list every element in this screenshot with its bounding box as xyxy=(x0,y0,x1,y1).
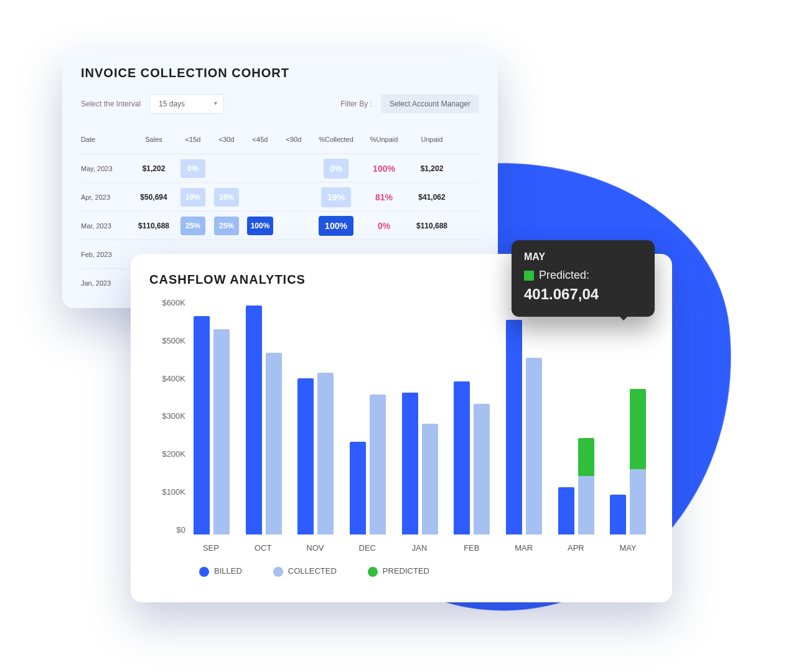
chart-tooltip: MAY Predicted: 401.067,04 xyxy=(512,240,655,317)
bar-collected[interactable] xyxy=(317,373,334,534)
bar-group xyxy=(348,298,387,534)
tooltip-swatch-icon xyxy=(524,271,534,281)
cell-unpaid: $110,688 xyxy=(407,222,457,230)
cohort-table-header: Date Sales <15d <30d <45d <90d %Collecte… xyxy=(81,125,479,154)
interval-dropdown[interactable]: 15 days xyxy=(149,94,224,114)
y-tick: $200K xyxy=(149,449,185,459)
bar-group xyxy=(557,298,596,534)
col-45d: <45d xyxy=(244,136,276,143)
bar-billed[interactable] xyxy=(558,487,574,534)
bar-group xyxy=(505,298,543,534)
col-unpaid-pct: %Unpaid xyxy=(362,136,406,143)
cell-date: Jan, 2023 xyxy=(81,279,131,287)
y-axis: $0$100K$200K$300K$400K$500K$600K xyxy=(149,298,185,534)
legend-predicted: PREDICTED xyxy=(368,566,429,577)
cell-sales: $110,688 xyxy=(132,222,175,230)
x-tick: SEP xyxy=(192,543,230,553)
table-row: Apr, 2023$50,69419%19%19%81%$41,062 xyxy=(81,182,479,211)
cell-15d: 25% xyxy=(177,217,209,235)
x-tick: NOV xyxy=(296,543,335,553)
bar-billed[interactable] xyxy=(402,393,418,534)
account-manager-dropdown[interactable]: Select Account Manager xyxy=(381,95,479,113)
x-tick: JAN xyxy=(400,543,439,553)
x-tick: DEC xyxy=(348,543,386,553)
bar-group xyxy=(245,298,283,534)
table-row: Mar, 2023$110,68825%25%100%100%0%$110,68… xyxy=(81,211,479,240)
legend-predicted-label: PREDICTED xyxy=(383,566,429,576)
legend-billed-label: BILLED xyxy=(214,566,242,576)
col-date: Date xyxy=(81,136,131,143)
bar-collected[interactable] xyxy=(370,394,386,534)
cell-unpaid: $41,062 xyxy=(407,193,457,202)
cohort-controls: Select the Interval 15 days Filter By : … xyxy=(81,94,479,114)
cell-pct-unpaid: 81% xyxy=(362,192,406,202)
legend-billed: BILLED xyxy=(199,566,242,577)
x-tick: FEB xyxy=(452,543,491,553)
tooltip-value: 401.067,04 xyxy=(524,286,642,303)
dot-predicted-icon xyxy=(368,567,378,577)
bar-group xyxy=(296,298,335,534)
bar-billed[interactable] xyxy=(194,316,210,534)
col-15d: <15d xyxy=(177,136,209,143)
col-unpaid: Unpaid xyxy=(407,136,457,143)
bar-collected[interactable] xyxy=(526,358,542,534)
cell-15d: 19% xyxy=(177,188,209,207)
bar-billed[interactable] xyxy=(454,381,470,534)
interval-value: 15 days xyxy=(159,100,185,108)
cell-unpaid: $1,202 xyxy=(407,164,457,173)
bar-collected-segment xyxy=(578,476,594,534)
bar-predicted-segment xyxy=(578,438,594,476)
bar-billed[interactable] xyxy=(610,495,626,534)
x-tick: OCT xyxy=(244,543,283,553)
col-collected: %Collected xyxy=(311,136,361,143)
col-90d: <90d xyxy=(278,136,310,143)
bar-collected[interactable] xyxy=(213,329,230,534)
bar-billed[interactable] xyxy=(506,320,522,534)
y-tick: $300K xyxy=(149,411,185,421)
cohort-title: INVOICE COLLECTION COHORT xyxy=(81,66,479,80)
cell-date: Feb, 2023 xyxy=(81,251,131,258)
cell-30d: 25% xyxy=(210,217,243,235)
bar-collected-segment xyxy=(630,469,646,534)
interval-label: Select the Interval xyxy=(81,100,141,108)
cell-pct-collected: 100% xyxy=(311,216,361,236)
cell-45d: 100% xyxy=(244,217,276,235)
col-30d: <30d xyxy=(210,136,243,143)
y-tick: $500K xyxy=(149,336,185,345)
bar-billed[interactable] xyxy=(297,378,314,534)
filter-value: Select Account Manager xyxy=(390,100,470,108)
tooltip-month: MAY xyxy=(524,251,642,263)
y-tick: $400K xyxy=(149,374,185,383)
table-row: May, 2023$1,2020%0%100%$1,202 xyxy=(81,154,479,182)
bar-collected[interactable] xyxy=(266,353,282,534)
y-tick: $100K xyxy=(149,487,185,497)
cell-date: May, 2023 xyxy=(81,165,131,172)
y-tick: $0 xyxy=(149,525,185,534)
cell-15d: 0% xyxy=(177,159,209,178)
dot-billed-icon xyxy=(199,567,209,577)
bar-group xyxy=(192,298,231,534)
col-sales: Sales xyxy=(132,136,175,143)
cell-30d: 19% xyxy=(210,188,243,207)
bar-collected[interactable] xyxy=(422,424,438,534)
cell-pct-collected: 0% xyxy=(311,159,361,179)
legend-collected-label: COLLECTED xyxy=(288,566,337,576)
bar-predicted-segment xyxy=(630,389,646,469)
cashflow-chart: $0$100K$200K$300K$400K$500K$600K xyxy=(149,298,653,534)
x-tick: MAR xyxy=(505,543,543,553)
cell-date: Apr, 2023 xyxy=(81,194,131,201)
y-tick: $600K xyxy=(149,298,185,307)
bar-billed[interactable] xyxy=(350,442,366,534)
legend-collected: COLLECTED xyxy=(273,566,337,577)
bar-group xyxy=(401,298,439,534)
tooltip-series-label: Predicted: xyxy=(539,269,589,282)
bar-billed[interactable] xyxy=(246,306,262,534)
x-tick: APR xyxy=(556,543,595,553)
cell-pct-unpaid: 100% xyxy=(362,164,406,174)
bar-collected[interactable] xyxy=(474,404,490,534)
chart-plot-area xyxy=(185,298,653,534)
bar-collected-predicted[interactable] xyxy=(578,438,594,534)
cell-sales: $1,202 xyxy=(132,164,175,173)
bar-collected-predicted[interactable] xyxy=(630,389,646,534)
cell-pct-collected: 19% xyxy=(311,187,361,207)
